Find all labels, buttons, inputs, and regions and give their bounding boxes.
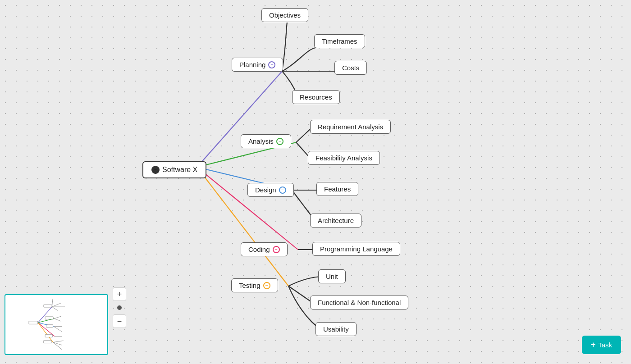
zoom-out-button[interactable]: − (113, 314, 126, 328)
analysis-node[interactable]: Analysis (241, 134, 291, 148)
task-button[interactable]: + Task (582, 336, 621, 354)
timeframes-node[interactable]: Timeframes (314, 34, 365, 48)
svg-rect-30 (45, 317, 53, 319)
req-analysis-label: Requirement Analysis (318, 123, 383, 131)
testing-collapse-dot[interactable] (263, 282, 270, 289)
usability-label: Usability (323, 325, 349, 333)
zoom-in-button[interactable]: + (113, 287, 126, 301)
svg-line-11 (38, 307, 52, 323)
minimap (5, 294, 108, 355)
svg-line-25 (53, 341, 64, 342)
objectives-node[interactable]: Objectives (261, 8, 308, 22)
svg-rect-33 (44, 341, 52, 343)
feas-analysis-label: Feasibility Analysis (316, 154, 372, 162)
root-collapse-dot[interactable] (151, 166, 160, 174)
svg-rect-28 (29, 321, 38, 324)
svg-line-23 (54, 327, 62, 332)
prog-lang-label: Programming Language (320, 245, 393, 253)
svg-line-27 (53, 342, 62, 350)
minimap-inner (5, 295, 108, 355)
feas-analysis-node[interactable]: Feasibility Analysis (308, 151, 380, 165)
svg-line-16 (52, 299, 53, 307)
functional-node[interactable]: Functional & Non-functional (310, 296, 408, 309)
svg-line-19 (52, 307, 58, 311)
timeframes-label: Timeframes (322, 37, 357, 45)
unit-node[interactable]: Unit (318, 269, 346, 283)
resources-node[interactable]: Resources (292, 90, 340, 104)
usability-node[interactable]: Usability (316, 322, 357, 336)
costs-label: Costs (342, 64, 359, 72)
resources-label: Resources (300, 93, 332, 101)
unit-label: Unit (326, 273, 338, 280)
coding-collapse-dot[interactable] (273, 246, 280, 253)
features-label: Features (324, 185, 351, 193)
testing-label: Testing (239, 282, 261, 289)
svg-line-14 (38, 323, 55, 336)
svg-rect-31 (46, 325, 53, 328)
planning-collapse-dot[interactable] (268, 61, 275, 68)
svg-rect-29 (44, 305, 52, 307)
svg-line-21 (54, 318, 61, 321)
coding-label: Coding (248, 246, 270, 253)
architecture-label: Architecture (318, 217, 354, 224)
analysis-collapse-dot[interactable] (276, 138, 283, 145)
zoom-controls: + − (113, 287, 126, 328)
svg-line-20 (54, 316, 61, 318)
root-label: Software X (162, 166, 197, 174)
task-button-label: Task (598, 341, 612, 349)
svg-line-12 (38, 318, 54, 323)
testing-node[interactable]: Testing (231, 278, 278, 292)
analysis-label: Analysis (248, 137, 274, 145)
objectives-label: Objectives (269, 11, 301, 19)
coding-node[interactable]: Coding (241, 242, 288, 256)
svg-line-15 (38, 323, 53, 342)
task-plus-icon: + (591, 340, 596, 350)
svg-line-26 (53, 342, 62, 345)
architecture-node[interactable]: Architecture (310, 214, 361, 228)
root-node[interactable]: Software X (142, 161, 206, 178)
design-node[interactable]: Design (247, 183, 294, 197)
req-analysis-node[interactable]: Requirement Analysis (310, 120, 391, 134)
svg-line-17 (52, 303, 61, 307)
zoom-indicator (117, 305, 122, 310)
svg-rect-32 (45, 334, 53, 337)
svg-line-13 (38, 323, 54, 326)
planning-node[interactable]: Planning (232, 58, 283, 72)
costs-node[interactable]: Costs (334, 61, 367, 75)
functional-label: Functional & Non-functional (318, 299, 401, 306)
planning-label: Planning (239, 61, 265, 68)
features-node[interactable]: Features (316, 182, 358, 196)
design-collapse-dot[interactable] (279, 187, 286, 194)
prog-lang-node[interactable]: Programming Language (312, 242, 400, 256)
design-label: Design (255, 186, 276, 194)
